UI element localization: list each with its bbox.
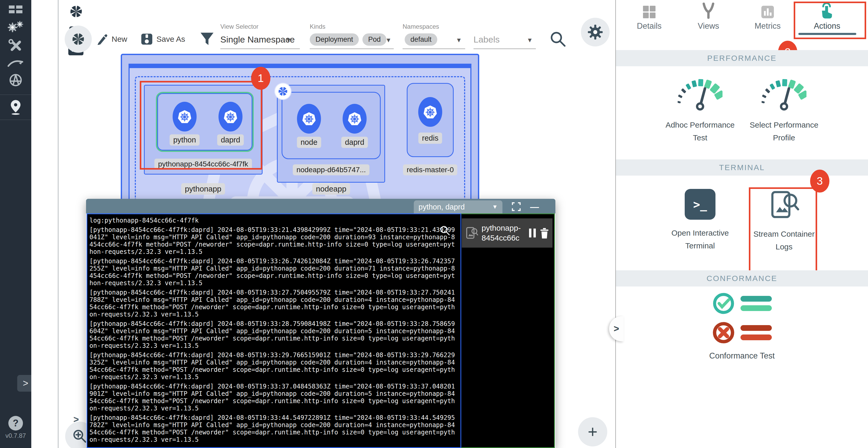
chevron-down-icon[interactable]: ▼ (527, 36, 533, 44)
stream-card-title: pythonapp-8454cc66c (482, 223, 525, 243)
log-line: [pythonapp-8454cc66c-4f7fk:daprd] 2024-0… (89, 383, 458, 412)
log-line: [pythonapp-8454cc66c-4f7fk:daprd] 2024-0… (89, 320, 458, 349)
location-pin-icon[interactable] (0, 98, 31, 116)
bar-chart-icon (742, 0, 794, 19)
container-daprd-icon[interactable] (343, 104, 367, 133)
app-screen: > ? v0.7.87 WA > New Save As View Select… (0, 0, 868, 448)
log-line: log:pythonapp-8454cc66c-4f7fk (89, 217, 458, 224)
log-line: [pythonapp-8454cc66c-4f7fk:daprd] 2024-0… (89, 414, 458, 443)
grid-icon (623, 0, 675, 19)
stream-logs-icon (465, 226, 478, 240)
log-line: [pythonapp-8454cc66c-4f7fk:daprd] 2024-0… (89, 258, 458, 287)
save-as-label: Save As (156, 35, 185, 43)
section-header-terminal: TERMINAL (616, 159, 868, 176)
terminal-icon: >_ (685, 189, 715, 220)
section-header-conformance: CONFORMANCE (616, 270, 868, 287)
save-as-button[interactable]: Save As (141, 32, 185, 47)
kinds-filter[interactable]: Deployment Pod (310, 33, 386, 46)
deployment-name-label: nodeapp (312, 183, 350, 195)
pod-box-nodeapp[interactable] (282, 92, 381, 159)
stream-card[interactable]: pythonapp-8454cc66c (462, 218, 553, 248)
tracing-swoosh-icon[interactable] (0, 54, 31, 72)
app-version: v0.7.87 (0, 432, 31, 439)
conformance-test-label: Conformance Test (616, 351, 868, 361)
adhoc-performance-test-action[interactable]: Adhoc Performance Test (656, 77, 744, 144)
sidebar-divider (0, 120, 31, 120)
log-line: [pythonapp-8454cc66c-4f7fk:daprd] 2024-0… (89, 352, 458, 381)
views-y-icon (682, 0, 735, 19)
logo-rail: WA > (31, 0, 58, 448)
components-sphere-icon[interactable] (0, 71, 31, 89)
action-label: Select Performance (740, 118, 828, 131)
action-label: Terminal (656, 239, 744, 252)
log-line: [pythonapp-8454cc66c-4f7fk:daprd] 2024-0… (89, 226, 458, 256)
container-label: daprd (341, 137, 368, 148)
tab-views[interactable]: Views (682, 0, 735, 35)
chevron-down-icon[interactable]: ▼ (285, 36, 292, 44)
open-interactive-terminal-action[interactable]: >_ Open Interactive Terminal (656, 189, 744, 252)
chevron-down-icon: ▼ (492, 204, 498, 210)
tab-details[interactable]: Details (623, 0, 675, 35)
annotation-badge-3: 3 (810, 170, 829, 192)
labels-input[interactable]: Labels (473, 34, 500, 44)
stream-list-pane: pythonapp-8454cc66c (461, 213, 555, 448)
namespaces-filter[interactable]: default (405, 33, 437, 46)
annotation-box-3 (749, 187, 817, 275)
annotation-box-2 (794, 2, 866, 39)
help-button[interactable]: ? (8, 416, 23, 430)
annotation-badge-1: 1 (251, 67, 270, 90)
view-selector-underline (220, 49, 300, 49)
dapr-sidecar-badge-icon (275, 84, 291, 99)
kind-chip-pod[interactable]: Pod (363, 33, 386, 46)
gauge-icon (740, 77, 828, 112)
save-icon (141, 33, 153, 45)
namespaces-underline (403, 49, 465, 49)
tab-metrics[interactable]: Metrics (742, 0, 794, 35)
container-selector-dropdown[interactable]: python, daprd ▼ (414, 200, 502, 213)
left-sidebar: > ? v0.7.87 (0, 0, 31, 448)
trash-icon[interactable] (539, 228, 549, 238)
container-redis-icon[interactable] (418, 97, 442, 127)
new-button[interactable]: New (96, 32, 127, 47)
magnifier-cursor-icon (439, 225, 451, 236)
select-performance-profile-action[interactable]: Select Performance Profile (740, 77, 828, 144)
new-label: New (112, 35, 127, 43)
settings-gears-icon[interactable] (0, 19, 31, 37)
log-output-pane[interactable]: log:pythonapp-8454cc66c-4f7fk [pythonapp… (87, 213, 461, 448)
panel-collapse-chevron[interactable]: > (609, 316, 624, 341)
view-selector-value[interactable]: Single Namespace (220, 34, 294, 44)
deployment-name-label: pythonapp (181, 183, 225, 195)
settings-gear-button[interactable] (581, 18, 610, 47)
container-label: node (297, 137, 321, 148)
container-selector-value: python, daprd (418, 203, 465, 211)
labels-underline (473, 49, 536, 49)
namespace-chip-default[interactable]: default (405, 33, 437, 46)
minimize-icon[interactable]: — (529, 202, 540, 212)
pause-icon[interactable] (529, 228, 536, 238)
fullscreen-icon[interactable] (511, 202, 522, 212)
kind-chip-deployment[interactable]: Deployment (310, 33, 359, 46)
terminal-header[interactable]: python, daprd ▼ — (86, 199, 555, 213)
tab-label: Details (623, 21, 675, 31)
conformance-checklist-icon[interactable] (616, 292, 868, 344)
pod-name-label: redis-master-0 (403, 165, 457, 175)
logs-terminal-window: python, daprd ▼ — log:pythonapp-8454cc66… (86, 199, 555, 448)
view-selector-label: View Selector (220, 23, 258, 30)
chevron-down-icon[interactable]: ▼ (385, 36, 392, 44)
right-panel: Details Views Metrics Actions 2 PERFORMA… (615, 0, 868, 448)
log-line: [pythonapp-8454cc66c-4f7fk:daprd] 2024-0… (89, 289, 458, 318)
tools-icon[interactable] (0, 36, 31, 55)
pod-name-label: nodeapp-d64b5747... (293, 165, 369, 175)
container-node-icon[interactable] (297, 104, 321, 133)
add-button[interactable]: + (578, 417, 607, 446)
kinds-label: Kinds (310, 23, 326, 30)
filter-funnel-icon[interactable] (200, 32, 214, 47)
dashboard-icon[interactable] (0, 2, 31, 20)
action-label: Test (656, 131, 744, 144)
pencil-icon (96, 33, 108, 45)
action-label: Open Interactive (656, 227, 744, 239)
chevron-down-icon[interactable]: ▼ (456, 36, 462, 44)
search-icon[interactable] (550, 31, 566, 48)
dapr-scene-button[interactable] (65, 26, 92, 53)
dapr-logo-icon[interactable] (67, 3, 86, 20)
